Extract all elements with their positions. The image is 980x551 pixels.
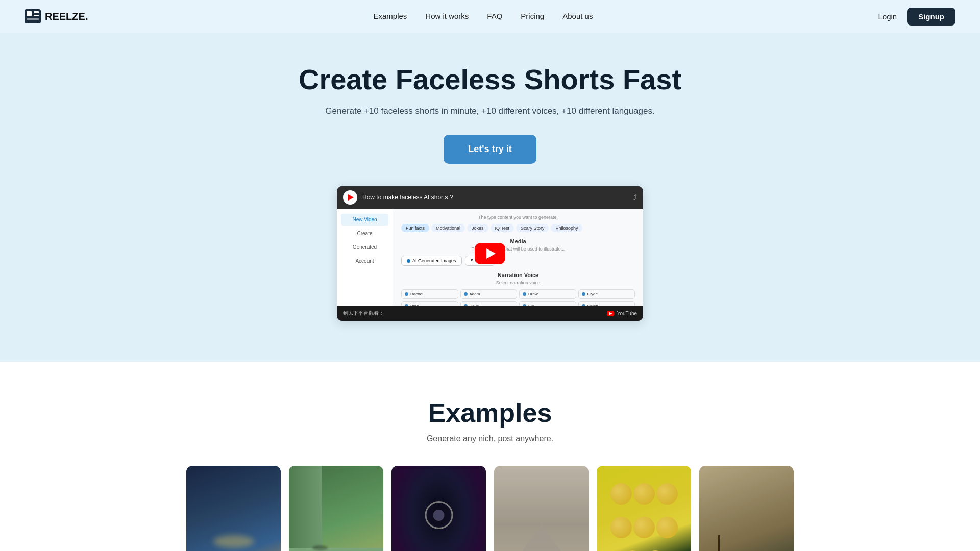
svg-rect-1 [27, 11, 32, 16]
video-bottom-text: 到以下平台觀看： [343, 310, 384, 317]
brand-name: REELZE. [45, 11, 88, 22]
voice-dot [405, 304, 408, 306]
youtube-logo: ▶ YouTube [607, 311, 637, 316]
card-2-play-overlay[interactable] [289, 466, 383, 551]
nav-about-us[interactable]: About us [562, 12, 593, 20]
youtube-play-overlay[interactable] [475, 243, 505, 264]
hero-subheadline: Generate +10 faceless shorts in minute, … [10, 106, 970, 116]
nav-faq[interactable]: FAQ [487, 12, 502, 20]
youtube-label: YouTube [617, 311, 637, 316]
video-main-content: The type content you want to generate. F… [393, 209, 643, 306]
video-title: How to make faceless AI shorts ? [362, 194, 453, 201]
tag-scary-story[interactable]: Scary Story [516, 224, 549, 232]
voice-dave[interactable]: Dave [460, 301, 518, 306]
media-option-ai[interactable]: AI Generated Images [401, 256, 462, 266]
svg-rect-4 [27, 18, 39, 20]
hero-section: Create Faceless Shorts Fast Generate +10… [0, 33, 980, 362]
voice-rachel[interactable]: Rachel [401, 289, 458, 299]
example-card-2[interactable] [289, 466, 383, 551]
nav-pricing[interactable]: Pricing [521, 12, 544, 20]
narration-sublabel: Select narration voice [401, 280, 635, 285]
tag-fun-facts[interactable]: Fun facts [401, 224, 429, 232]
voice-dot [582, 304, 585, 306]
sidebar-account[interactable]: Account [341, 255, 388, 267]
youtube-icon-small [343, 190, 357, 205]
navbar: REELZE. Examples How it works FAQ Pricin… [0, 0, 980, 33]
media-label: Media [401, 238, 635, 244]
card-5-play-overlay[interactable] [597, 466, 691, 551]
signup-button[interactable]: Signup [907, 8, 955, 26]
examples-section: Examples Generate any nich, post anywher… [0, 362, 980, 551]
sidebar-generated[interactable]: Generated [341, 241, 388, 253]
share-icon[interactable]: ⤴ [633, 193, 637, 202]
cta-button[interactable]: Let's try it [444, 135, 536, 164]
example-card-6[interactable] [699, 466, 794, 551]
voice-dot [582, 292, 585, 296]
voice-dot [523, 292, 526, 296]
svg-rect-2 [34, 11, 39, 13]
voice-dot [464, 304, 468, 306]
tag-iq-test[interactable]: IQ Test [491, 224, 514, 232]
voice-clyde[interactable]: Clyde [578, 289, 635, 299]
hero-headline: Create Faceless Shorts Fast [10, 63, 970, 96]
example-card-1[interactable] [186, 466, 281, 551]
card-1-play-overlay[interactable] [186, 466, 281, 551]
voice-paul[interactable]: Paul [401, 301, 458, 306]
card-4-play-overlay[interactable] [494, 466, 589, 551]
nav-how-it-works[interactable]: How it works [425, 12, 469, 20]
svg-rect-3 [34, 15, 39, 16]
media-options-row: AI Generated Images Stock V... [401, 256, 635, 266]
sidebar-new-video[interactable]: New Video [341, 214, 388, 226]
examples-subheading: Generate any nich, post anywhere. [41, 434, 939, 443]
nav-links: Examples How it works FAQ Pricing About … [373, 12, 593, 21]
voice-dot [405, 292, 408, 296]
examples-grid [41, 466, 939, 551]
media-option-ai-label: AI Generated Images [412, 258, 456, 263]
login-button[interactable]: Login [878, 12, 897, 21]
examples-heading: Examples [41, 397, 939, 428]
card-3-play-overlay[interactable] [391, 466, 486, 551]
voice-adam[interactable]: Adam [460, 289, 518, 299]
narration-label: Narration Voice [401, 272, 635, 278]
voice-dot [523, 304, 526, 306]
tag-motivational[interactable]: Motivational [431, 224, 465, 232]
voice-grid: Rachel Adam Drew Clyde Paul Dave Fin Sar… [401, 289, 635, 306]
content-tags: Fun facts Motivational Jokes IQ Test Sca… [401, 224, 635, 232]
card-6-play-overlay[interactable] [699, 466, 794, 551]
media-sublabel: The media type that will be used to illu… [401, 246, 635, 252]
video-topbar-left: How to make faceless AI shorts ? [343, 190, 453, 205]
example-card-4[interactable] [494, 466, 589, 551]
sidebar-create[interactable]: Create [341, 228, 388, 239]
voice-drew[interactable]: Drew [519, 289, 576, 299]
video-sidebar: New Video Create Generated Account [337, 209, 393, 306]
video-bottombar: 到以下平台觀看： ▶ YouTube [337, 306, 643, 321]
nav-actions: Login Signup [878, 8, 955, 26]
youtube-play-button[interactable] [475, 243, 505, 264]
example-card-3[interactable] [391, 466, 486, 551]
youtube-logo-icon: ▶ [607, 311, 614, 316]
logo-icon [24, 9, 41, 23]
voice-sarah[interactable]: Sarah [578, 301, 635, 306]
video-embed[interactable]: How to make faceless AI shorts ? ⤴ New V… [337, 186, 643, 321]
voice-dot [464, 292, 468, 296]
video-topbar: How to make faceless AI shorts ? ⤴ [337, 186, 643, 209]
nav-examples[interactable]: Examples [373, 12, 407, 20]
tag-jokes[interactable]: Jokes [467, 224, 488, 232]
video-content-area: New Video Create Generated Account The t… [337, 209, 643, 306]
media-option-dot [407, 259, 410, 263]
tag-philosophy[interactable]: Philosophy [551, 224, 582, 232]
voice-fin[interactable]: Fin [519, 301, 576, 306]
content-type-label: The type content you want to generate. [401, 215, 635, 220]
example-card-5[interactable] [597, 466, 691, 551]
brand-logo[interactable]: REELZE. [24, 9, 88, 23]
